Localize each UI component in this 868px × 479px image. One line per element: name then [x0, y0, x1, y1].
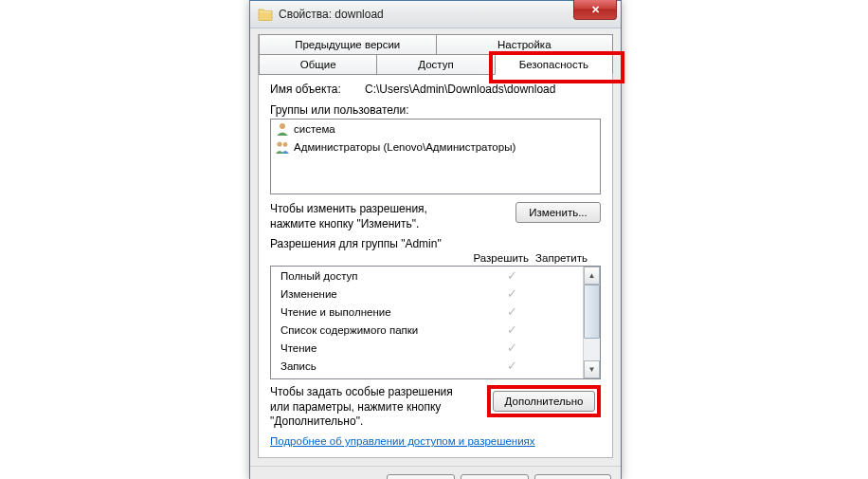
permissions-listbox: Полный доступ ✓ Изменение ✓ Чтение и вып…: [270, 266, 601, 379]
tab-row-1: Предыдущие версии Настройка: [259, 35, 612, 55]
svg-point-2: [283, 142, 288, 147]
permissions-header: Разрешить Запретить: [270, 252, 601, 264]
perm-row[interactable]: Чтение и выполнение ✓: [271, 303, 583, 321]
groups-listbox[interactable]: система Администраторы (Lenovo\Администр…: [270, 119, 601, 194]
folder-icon: [258, 7, 273, 22]
ok-button[interactable]: ОК: [387, 474, 455, 479]
svg-point-1: [277, 141, 281, 146]
object-name-label: Имя объекта:: [270, 83, 365, 96]
check-icon: ✓: [488, 322, 535, 337]
tab-row-2: Общие Доступ Безопасность: [259, 55, 612, 75]
list-item[interactable]: система: [271, 120, 600, 138]
perm-name: Чтение и выполнение: [271, 306, 488, 318]
list-item-label: система: [294, 123, 335, 135]
perm-row[interactable]: Полный доступ ✓: [271, 267, 583, 285]
security-panel: Имя объекта: C:\Users\Admin\Downloads\do…: [259, 75, 612, 453]
check-icon: ✓: [488, 341, 535, 355]
edit-button[interactable]: Изменить...: [515, 202, 601, 223]
perm-name: Чтение: [271, 342, 488, 354]
perm-name: Изменение: [271, 288, 488, 300]
perm-row[interactable]: Список содержимого папки ✓: [271, 321, 583, 339]
allow-header: Разрешить: [474, 252, 530, 264]
properties-dialog: Свойства: download ✕ Предыдущие версии Н…: [249, 0, 622, 479]
tab-security[interactable]: Безопасность: [495, 54, 613, 75]
close-icon: ✕: [591, 4, 600, 16]
perm-name: Запись: [271, 360, 488, 372]
apply-button[interactable]: Применить: [534, 474, 611, 479]
dialog-footer: ОК Отмена Применить: [250, 466, 621, 479]
perm-name: Список содержимого папки: [271, 324, 488, 336]
check-icon: ✓: [488, 268, 535, 283]
permissions-label: Разрешения для группы "Admin": [270, 237, 601, 250]
advanced-button[interactable]: Дополнительно: [493, 391, 595, 412]
perm-row[interactable]: Запись ✓: [271, 357, 583, 375]
perm-row[interactable]: Чтение ✓: [271, 339, 583, 357]
list-item-label: Администраторы (Lenovo\Администраторы): [294, 141, 515, 153]
highlight-advanced-button: Дополнительно: [487, 385, 601, 417]
cancel-button[interactable]: Отмена: [461, 474, 529, 479]
users-icon: [275, 139, 290, 155]
svg-point-0: [280, 123, 285, 129]
titlebar[interactable]: Свойства: download ✕: [250, 1, 621, 28]
object-path: C:\Users\Admin\Downloads\download: [365, 83, 555, 96]
scrollbar[interactable]: ▲ ▼: [583, 267, 600, 378]
user-icon: [275, 121, 290, 137]
tab-general[interactable]: Общие: [259, 54, 377, 75]
advanced-hint-text: Чтобы задать особые разрешения или парам…: [270, 385, 469, 430]
tab-sharing[interactable]: Доступ: [376, 54, 495, 75]
scroll-down-button[interactable]: ▼: [584, 360, 600, 378]
perm-name: Полный доступ: [271, 270, 488, 282]
tab-previous-versions[interactable]: Предыдущие версии: [259, 34, 437, 55]
window-title: Свойства: download: [279, 8, 384, 21]
deny-header: Запретить: [535, 252, 588, 264]
scroll-up-button[interactable]: ▲: [584, 267, 600, 285]
perm-row[interactable]: Изменение ✓: [271, 285, 583, 303]
scroll-thumb[interactable]: [584, 285, 600, 339]
edit-hint-text: Чтобы изменить разрешения, нажмите кнопк…: [270, 202, 460, 231]
learn-more-link[interactable]: Подробнее об управлении доступом и разре…: [270, 435, 535, 447]
check-icon: ✓: [488, 304, 535, 319]
object-name-row: Имя объекта: C:\Users\Admin\Downloads\do…: [270, 83, 601, 96]
close-button[interactable]: ✕: [573, 0, 617, 20]
scroll-track[interactable]: [584, 285, 600, 360]
check-icon: ✓: [488, 359, 535, 373]
check-icon: ✓: [488, 286, 535, 301]
list-item[interactable]: Администраторы (Lenovo\Администраторы): [271, 138, 600, 156]
tab-customize[interactable]: Настройка: [436, 34, 614, 55]
groups-label: Группы или пользователи:: [270, 103, 601, 117]
